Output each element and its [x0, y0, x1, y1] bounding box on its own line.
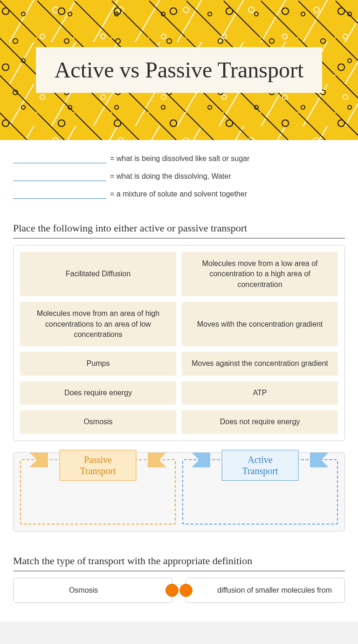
ribbon-decoration [192, 453, 210, 468]
match-definition[interactable]: diffusion of smaller molecules from [186, 578, 345, 603]
match-definition-label: diffusion of smaller molecules from [217, 586, 332, 595]
heading-rule [13, 571, 345, 571]
sort-card[interactable]: Molecules move from a low area of concen… [182, 252, 338, 296]
sort-card[interactable]: Moves with the concentration gradient [182, 302, 338, 346]
definition-row: = what is doing the dissolving, Water [13, 172, 345, 181]
match-term-label: Osmosis [69, 586, 98, 595]
match-term[interactable]: Osmosis [13, 578, 172, 603]
definition-row: = what is being dissolved like salt or s… [13, 154, 345, 163]
active-zone-label: Active Transport [222, 450, 299, 481]
title-box: Active vs Passive Transport [36, 47, 323, 93]
heading-rule [13, 238, 345, 238]
sort-card[interactable]: Osmosis [20, 410, 176, 434]
blank-input-line[interactable] [13, 172, 106, 181]
ribbon-decoration [29, 453, 48, 468]
definition-text: = what is being dissolved like salt or s… [110, 154, 249, 163]
sort-card[interactable]: Molecules move from an area of high conc… [20, 302, 176, 346]
page-title: Active vs Passive Transport [55, 56, 304, 84]
definition-row: = a mixture of solute and solvent togeth… [13, 189, 345, 199]
sort-card[interactable]: Moves against the concentration gradient [182, 352, 338, 375]
sort-card[interactable]: Pumps [20, 352, 176, 375]
match-section-heading: Match the type of transport with the app… [13, 555, 345, 567]
definition-text: = what is doing the dissolving, Water [110, 172, 231, 181]
ribbon-decoration [148, 453, 166, 468]
blank-input-line[interactable] [13, 189, 106, 199]
sort-card[interactable]: Facilitated Diffusion [20, 252, 176, 296]
blank-input-line[interactable] [13, 154, 106, 163]
match-row: Osmosis diffusion of smaller molecules f… [13, 578, 345, 603]
sort-card[interactable]: Does require energy [20, 381, 176, 405]
ribbon-decoration [310, 453, 329, 468]
sort-section-heading: Place the following into either active o… [13, 222, 345, 234]
sort-card[interactable]: Does not require energy [182, 410, 338, 434]
content-area: = what is being dissolved like salt or s… [0, 140, 358, 622]
passive-zone-label: Passive Transport [60, 450, 137, 481]
card-pool: Facilitated Diffusion Molecules move fro… [13, 245, 345, 441]
match-connector-node[interactable] [165, 584, 179, 597]
sort-card[interactable]: ATP [182, 381, 338, 405]
passive-drop-zone[interactable]: Passive Transport [20, 459, 176, 525]
active-drop-zone[interactable]: Active Transport [182, 459, 338, 525]
drop-zones-container: Passive Transport Active Transport [13, 452, 345, 532]
definition-text: = a mixture of solute and solvent togeth… [110, 190, 247, 198]
match-connector-node[interactable] [179, 584, 193, 597]
header-banner: Active vs Passive Transport [0, 0, 358, 140]
